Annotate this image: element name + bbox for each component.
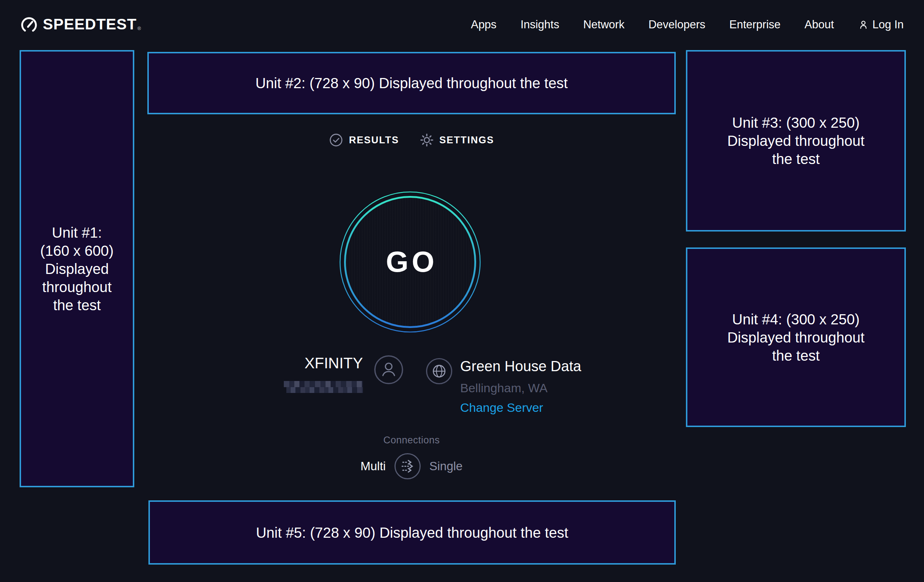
header: SPEEDTEST® Apps Insights Network Develop…: [0, 0, 924, 49]
nav-item-about[interactable]: About: [805, 18, 834, 31]
speedometer-gauge-icon: [20, 16, 38, 34]
nav-item-apps[interactable]: Apps: [471, 18, 497, 31]
ad-unit-5-text: Unit #5: (728 x 90) Displayed throughout…: [256, 524, 568, 542]
isp-user-icon: [374, 355, 404, 385]
nav-item-network[interactable]: Network: [583, 18, 625, 31]
ad-unit-1[interactable]: Unit #1: (160 x 600) Displayed throughou…: [20, 50, 134, 487]
connections-section: Connections Multi Single: [147, 435, 676, 480]
ad-unit-2[interactable]: Unit #2: (728 x 90) Displayed throughout…: [147, 52, 676, 114]
server-name: Green House Data: [460, 358, 581, 375]
nav-item-insights[interactable]: Insights: [520, 18, 559, 31]
server-location: Bellingham, WA: [460, 380, 581, 396]
tab-settings[interactable]: SETTINGS: [419, 133, 494, 147]
isp-info: XFINITY: [279, 355, 404, 393]
user-icon: [858, 19, 869, 30]
login-label: Log In: [873, 18, 904, 31]
nav-item-enterprise[interactable]: Enterprise: [729, 18, 780, 31]
ad-unit-1-text: Unit #1: (160 x 600) Displayed throughou…: [40, 224, 114, 314]
check-circle-icon: [329, 133, 343, 147]
server-info: Green House Data Bellingham, WA Change S…: [425, 358, 581, 415]
main-nav: Apps Insights Network Developers Enterpr…: [471, 18, 904, 31]
ad-unit-3-text: Unit #3: (300 x 250) Displayed throughou…: [727, 114, 865, 168]
logo-text: SPEEDTEST: [43, 16, 137, 33]
connections-label: Connections: [147, 435, 676, 446]
ad-unit-2-text: Unit #2: (728 x 90) Displayed throughout…: [256, 74, 568, 92]
tab-results[interactable]: RESULTS: [329, 133, 399, 147]
connections-multi-option[interactable]: Multi: [360, 459, 386, 473]
tab-settings-label: SETTINGS: [439, 135, 494, 146]
login-link[interactable]: Log In: [858, 18, 904, 31]
connections-single-option[interactable]: Single: [429, 459, 463, 473]
ad-unit-5[interactable]: Unit #5: (728 x 90) Displayed throughout…: [148, 500, 676, 565]
speedtest-page: SPEEDTEST® Apps Insights Network Develop…: [0, 0, 924, 582]
ad-unit-4[interactable]: Unit #4: (300 x 250) Displayed throughou…: [686, 247, 906, 427]
go-button[interactable]: GO: [339, 191, 481, 333]
go-button-label: GO: [339, 191, 481, 333]
change-server-link[interactable]: Change Server: [460, 399, 581, 415]
tab-bar: RESULTS SETTINGS: [147, 130, 676, 150]
logo-trademark: ®: [137, 26, 141, 31]
tab-results-label: RESULTS: [349, 135, 399, 146]
connection-mode-toggle-icon[interactable]: [394, 452, 421, 480]
nav-item-developers[interactable]: Developers: [648, 18, 706, 31]
redacted-ip-address: [284, 381, 363, 393]
ad-unit-3[interactable]: Unit #3: (300 x 250) Displayed throughou…: [686, 50, 906, 231]
ad-unit-4-text: Unit #4: (300 x 250) Displayed throughou…: [727, 310, 865, 364]
globe-icon: [425, 358, 453, 385]
gear-icon: [419, 133, 434, 147]
speedtest-logo[interactable]: SPEEDTEST®: [20, 16, 141, 34]
isp-name: XFINITY: [279, 355, 363, 371]
